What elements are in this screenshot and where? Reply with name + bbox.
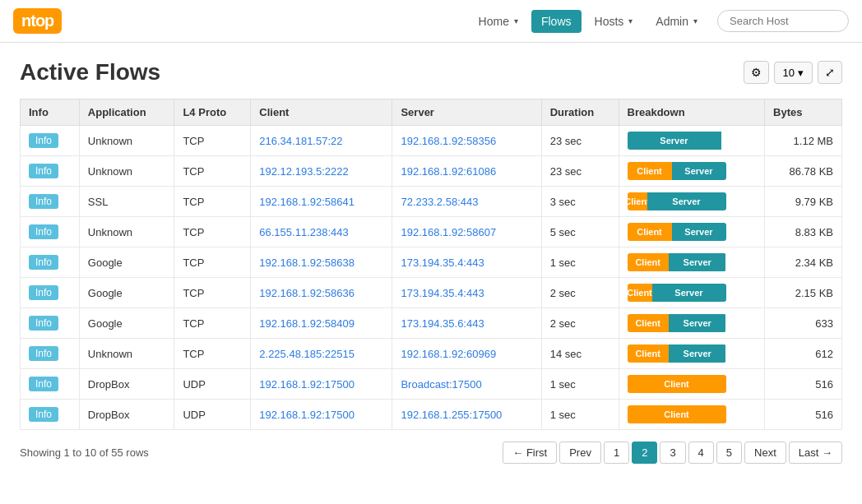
cell-server-link[interactable]: Broadcast:17500 xyxy=(401,378,481,391)
nav-item-hosts[interactable]: Hosts ▾ xyxy=(585,10,643,33)
table-row: InfoGoogleTCP192.168.1.92:58636173.194.3… xyxy=(21,278,842,308)
cell-client-link[interactable]: 192.168.1.92:58636 xyxy=(259,287,355,299)
cell-l4proto: TCP xyxy=(174,187,251,217)
cell-breakdown: ClientServer xyxy=(619,187,765,217)
cell-duration: 2 sec xyxy=(541,308,619,339)
cell-server-link[interactable]: 192.168.1.92:60969 xyxy=(401,348,496,360)
cell-client-link[interactable]: 192.12.193.5:2222 xyxy=(259,165,348,178)
cell-server-link[interactable]: 192.168.1.255:17500 xyxy=(401,409,502,421)
table-body: InfoUnknownTCP216.34.181.57:22192.168.1.… xyxy=(21,126,842,430)
info-button[interactable]: Info xyxy=(29,164,58,178)
cell-server-link[interactable]: 72.233.2.58:443 xyxy=(401,196,478,208)
cell-duration: 2 sec xyxy=(541,278,619,308)
cell-server-link[interactable]: 192.168.1.92:58356 xyxy=(401,135,496,147)
cell-application: Unknown xyxy=(79,339,174,369)
page-content: Active Flows ⚙ 10 ▾ ⤢ Info Application L… xyxy=(0,43,862,480)
info-button[interactable]: Info xyxy=(29,377,58,391)
cell-duration: 1 sec xyxy=(541,247,619,278)
page-4-button[interactable]: 4 xyxy=(688,442,714,464)
cell-bytes: 1.12 MB xyxy=(765,126,842,156)
cell-client-link[interactable]: 2.225.48.185:22515 xyxy=(259,348,355,360)
cell-server-link[interactable]: 173.194.35.4:443 xyxy=(401,287,484,299)
cell-l4proto: UDP xyxy=(174,369,251,400)
info-button[interactable]: Info xyxy=(29,407,58,422)
info-button[interactable]: Info xyxy=(29,346,58,361)
cell-server-link[interactable]: 192.168.1.92:61086 xyxy=(401,165,496,178)
table-row: InfoGoogleTCP192.168.1.92:58409173.194.3… xyxy=(21,308,842,339)
nav-item-home[interactable]: Home ▾ xyxy=(469,10,528,33)
search-input[interactable] xyxy=(717,10,849,32)
table-row: InfoUnknownTCP2.225.48.185:22515192.168.… xyxy=(21,339,842,369)
cell-breakdown: ClientServer xyxy=(619,156,765,187)
next-button[interactable]: Next xyxy=(744,442,786,464)
cell-breakdown: ClientServer xyxy=(619,339,765,369)
page-1-button[interactable]: 1 xyxy=(604,442,629,464)
cell-l4proto: TCP xyxy=(174,126,251,156)
nav-item-flows[interactable]: Flows xyxy=(531,10,582,33)
cell-bytes: 9.79 KB xyxy=(765,187,842,217)
cell-breakdown: ClientServer xyxy=(619,247,765,278)
cell-bytes: 612 xyxy=(765,339,842,369)
cell-duration: 14 sec xyxy=(541,339,619,369)
cell-l4proto: UDP xyxy=(174,400,251,430)
cell-client-link[interactable]: 192.168.1.92:58641 xyxy=(259,196,355,208)
col-application: Application xyxy=(79,99,174,126)
cell-application: Unknown xyxy=(79,217,174,247)
cell-application: Unknown xyxy=(79,126,174,156)
cell-l4proto: TCP xyxy=(174,217,251,247)
cell-server-link[interactable]: 192.168.1.92:58607 xyxy=(401,226,496,238)
info-button[interactable]: Info xyxy=(29,224,58,239)
cell-l4proto: TCP xyxy=(174,278,251,308)
info-button[interactable]: Info xyxy=(29,194,58,209)
rows-caret-icon: ▾ xyxy=(798,67,804,79)
table-row: InfoSSLTCP192.168.1.92:5864172.233.2.58:… xyxy=(21,187,842,217)
cell-client-link[interactable]: 216.34.181.57:22 xyxy=(259,135,342,147)
table-row: InfoUnknownTCP216.34.181.57:22192.168.1.… xyxy=(21,126,842,156)
cell-breakdown: Client xyxy=(619,369,765,400)
cell-duration: 1 sec xyxy=(541,400,619,430)
cell-application: DropBox xyxy=(79,400,174,430)
hosts-caret-icon: ▾ xyxy=(628,16,633,25)
page-5-button[interactable]: 5 xyxy=(716,442,742,464)
table-row: InfoGoogleTCP192.168.1.92:58638173.194.3… xyxy=(21,247,842,278)
cell-client-link[interactable]: 66.155.11.238:443 xyxy=(259,226,348,238)
cell-client-link[interactable]: 192.168.1.92:58409 xyxy=(259,317,355,330)
cell-l4proto: TCP xyxy=(174,247,251,278)
first-button[interactable]: ← First xyxy=(503,442,557,464)
nav-item-admin[interactable]: Admin ▾ xyxy=(646,10,707,33)
info-button[interactable]: Info xyxy=(29,255,58,270)
info-button[interactable]: Info xyxy=(29,316,58,331)
col-bytes: Bytes xyxy=(765,99,842,126)
expand-button[interactable]: ⤢ xyxy=(818,61,842,84)
cell-breakdown: ClientServer xyxy=(619,308,765,339)
cell-l4proto: TCP xyxy=(174,339,251,369)
navbar: ntop Home ▾ Flows Hosts ▾ Admin ▾ xyxy=(0,0,862,43)
cell-application: Google xyxy=(79,278,174,308)
admin-caret-icon: ▾ xyxy=(693,16,697,25)
last-button[interactable]: Last → xyxy=(789,442,842,464)
cell-server-link[interactable]: 173.194.35.4:443 xyxy=(401,257,484,269)
cell-application: DropBox xyxy=(79,369,174,400)
cell-breakdown: ClientServer xyxy=(619,217,765,247)
cell-server-link[interactable]: 173.194.35.6:443 xyxy=(401,317,484,330)
table-row: InfoUnknownTCP66.155.11.238:443192.168.1… xyxy=(21,217,842,247)
settings-button[interactable]: ⚙ xyxy=(744,61,769,84)
brand-logo[interactable]: ntop xyxy=(13,8,62,34)
cell-bytes: 633 xyxy=(765,308,842,339)
page-2-button[interactable]: 2 xyxy=(632,442,657,464)
col-server: Server xyxy=(392,99,541,126)
cell-breakdown: ClientServer xyxy=(619,278,765,308)
page-3-button[interactable]: 3 xyxy=(660,442,685,464)
info-button[interactable]: Info xyxy=(29,133,58,148)
prev-button[interactable]: Prev xyxy=(559,442,601,464)
cell-bytes: 516 xyxy=(765,369,842,400)
cell-client-link[interactable]: 192.168.1.92:58638 xyxy=(259,257,355,269)
toolbar: ⚙ 10 ▾ ⤢ xyxy=(744,61,842,84)
cell-bytes: 2.34 KB xyxy=(765,247,842,278)
cell-client-link[interactable]: 192.168.1.92:17500 xyxy=(259,378,355,391)
rows-button[interactable]: 10 ▾ xyxy=(774,62,813,84)
cell-client-link[interactable]: 192.168.1.92:17500 xyxy=(259,409,355,421)
cell-bytes: 8.83 KB xyxy=(765,217,842,247)
info-button[interactable]: Info xyxy=(29,285,58,300)
home-caret-icon: ▾ xyxy=(514,16,518,25)
